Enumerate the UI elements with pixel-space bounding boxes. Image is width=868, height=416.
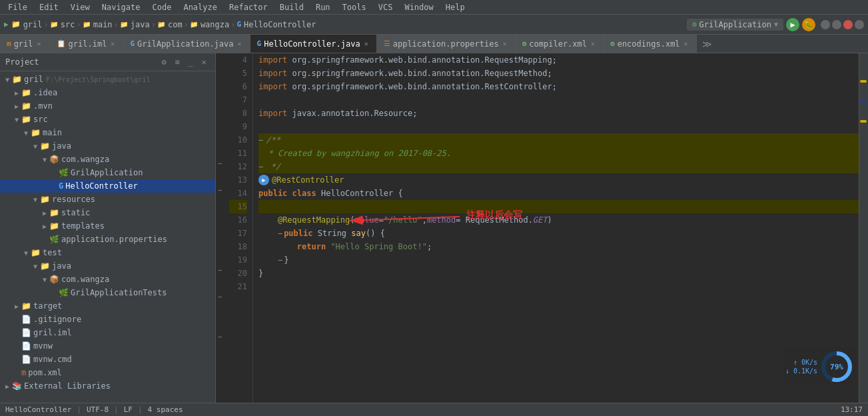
tree-item-gitignore[interactable]: ▶ 📄 .gitignore — [0, 313, 215, 326]
panel-btn-collapse[interactable]: _ — [185, 56, 197, 68]
tab-encodings-xml[interactable]: ⚙ encodings.xml ✕ — [604, 35, 697, 53]
menu-code[interactable]: Code — [147, 1, 177, 13]
tab-gril[interactable]: m gril ✕ — [0, 35, 50, 53]
fold-icon-10[interactable]: − — [218, 187, 222, 194]
tree-item-main[interactable]: ▼ 📁 main — [0, 126, 215, 139]
menu-vcs[interactable]: VCS — [373, 1, 398, 13]
breadcrumb-wangza[interactable]: 📁 wangza — [190, 20, 229, 29]
fold-icon-16[interactable]: − — [218, 267, 222, 274]
tree-item-grilapplication[interactable]: ▶ 🌿 GrilApplication — [0, 166, 215, 179]
toolbar-btn-gray1[interactable] — [821, 20, 830, 29]
network-stats: ↑ 0K/s ↓ 0.1K/s — [785, 359, 817, 375]
menu-analyze[interactable]: Analyze — [178, 1, 222, 13]
code-content[interactable]: import org.springframework.web.bind.anno… — [253, 53, 859, 403]
toolbar-btn-gray3[interactable] — [855, 20, 864, 29]
tab-hellocontroller[interactable]: G HelloController.java ✕ — [250, 35, 377, 53]
debug-button[interactable]: 🐛 — [802, 18, 815, 31]
tab-gril-iml[interactable]: 📋 gril.iml ✕ — [50, 35, 124, 53]
menu-view[interactable]: View — [65, 1, 95, 13]
tab-grilapplication[interactable]: G GrilApplication.java ✕ — [123, 35, 250, 53]
tree-item-mvn[interactable]: ▶ 📁 .mvn — [0, 99, 215, 113]
tree-item-grilapptests[interactable]: ▶ 🌿 GrilApplicationTests — [0, 286, 215, 299]
panel-btn-gear[interactable]: ⚙ — [158, 56, 170, 68]
tree-item-test[interactable]: ▼ 📁 test — [0, 246, 215, 259]
menu-tools[interactable]: Tools — [337, 1, 372, 13]
gutter: − − − − − — [216, 53, 229, 403]
tree-item-target[interactable]: ▶ 📁 target — [0, 299, 215, 313]
code-editor[interactable]: − − − − − 4 5 6 7 8 9 10 11 12 13 14 15 — [216, 53, 868, 403]
menu-navigate[interactable]: Navigate — [97, 1, 146, 13]
toolbar-btn-gray2[interactable] — [832, 20, 841, 29]
breadcrumb-src[interactable]: 📁 src — [50, 20, 75, 29]
tree-item-appprops[interactable]: ▶ 🌿 application.properties — [0, 233, 215, 246]
code-line-6: import org.springframework.web.bind.anno… — [258, 80, 859, 93]
tree-item-mvnwcmd[interactable]: ▶ 📄 mvnw.cmd — [0, 353, 215, 366]
tree-item-test-java[interactable]: ▼ 📁 java — [0, 259, 215, 273]
tree-item-templates[interactable]: ▶ 📁 templates — [0, 219, 215, 233]
tree-item-griml[interactable]: ▶ 📄 gril.iml — [0, 326, 215, 339]
fold-icon-8[interactable]: − — [218, 160, 222, 167]
breadcrumb-com[interactable]: 📁 com — [157, 20, 183, 29]
tab-icon-grilapplication: G — [130, 39, 135, 48]
tree-item-com-wangza[interactable]: ▼ 📦 com.wangza — [0, 153, 215, 166]
fold-icon-17[interactable]: − — [218, 293, 222, 301]
tree-item-resources[interactable]: ▼ 📁 resources — [0, 193, 215, 206]
code-line-21 — [258, 280, 859, 293]
tab-close-hellocontroller[interactable]: ✕ — [363, 39, 370, 48]
tab-close-griml[interactable]: ✕ — [109, 39, 116, 48]
tab-icon-appprops: ☰ — [384, 39, 390, 48]
breadcrumb-java[interactable]: 📁 java — [120, 20, 150, 29]
menu-window[interactable]: Window — [399, 1, 438, 13]
status-indent: 4 spaces — [148, 405, 183, 414]
tab-close-compilerxml[interactable]: ✕ — [590, 39, 596, 48]
editor-scrollbar[interactable] — [859, 53, 868, 403]
xml-icon-pomxml: m — [21, 368, 26, 377]
breadcrumb-hellocontroller[interactable]: G HelloController — [236, 20, 316, 29]
tab-close-gril[interactable]: ✕ — [36, 39, 43, 48]
breadcrumb-gril[interactable]: ▶ 📁 gril — [4, 20, 43, 29]
app-name-display[interactable]: ⚙ GrilApplication ▼ — [687, 19, 783, 31]
fold-icon-19[interactable]: − — [218, 333, 222, 341]
tab-compiler-xml[interactable]: ⚙ compiler.xml ✕ — [516, 35, 604, 53]
panel-header-actions: ⚙ ≡ _ ✕ — [158, 56, 210, 68]
tab-close-grilapplication[interactable]: ✕ — [236, 39, 243, 48]
tree-item-gril-root[interactable]: ▼ 📁 gril F:\Project\Springboot\gril — [0, 73, 215, 86]
code-line-8: import javax.annotation.Resource; — [258, 107, 859, 120]
code-line-15 — [258, 200, 859, 213]
menu-file[interactable]: File — [3, 1, 33, 13]
gutter-run-icon[interactable]: ▶ — [258, 175, 269, 185]
code-line-13: ▶ @RestController — [258, 173, 859, 187]
tab-close-appprops[interactable]: ✕ — [502, 39, 508, 48]
menu-build[interactable]: Build — [274, 1, 309, 13]
tab-close-encodingsxml[interactable]: ✕ — [683, 39, 689, 48]
tab-overflow-btn[interactable]: ≫ — [699, 39, 715, 49]
menu-bar: File Edit View Navigate Code Analyze Ref… — [0, 0, 868, 15]
run-button[interactable]: ▶ — [786, 18, 799, 31]
tree-item-hellocontroller[interactable]: ▶ G HelloController — [0, 179, 215, 193]
toolbar-btn-red[interactable] — [843, 20, 853, 29]
folder-icon-java: 📁 — [40, 141, 50, 151]
code-line-17: − public String say () { — [258, 227, 859, 240]
panel-btn-settings[interactable]: ≡ — [171, 56, 183, 68]
file-icon-mvnwcmd: 📄 — [21, 355, 31, 364]
menu-run[interactable]: Run — [310, 1, 336, 13]
tree-item-idea[interactable]: ▶ 📁 .idea — [0, 86, 215, 99]
tree-item-static[interactable]: ▶ 📁 static — [0, 206, 215, 219]
tab-application-props[interactable]: ☰ application.properties ✕ — [377, 35, 516, 53]
tree-item-src[interactable]: ▼ 📁 src — [0, 113, 215, 126]
folder-icon-static: 📁 — [49, 208, 59, 217]
menu-refactor[interactable]: Refactor — [224, 1, 273, 13]
tree-item-java[interactable]: ▼ 📁 java — [0, 139, 215, 153]
breadcrumb-main[interactable]: 📁 main — [83, 20, 113, 29]
tree-item-mvnw[interactable]: ▶ 📄 mvnw — [0, 339, 215, 353]
tree-item-external-libs[interactable]: ▶ 📚 External Libraries — [0, 379, 215, 393]
menu-help[interactable]: Help — [440, 1, 470, 13]
panel-btn-close[interactable]: ✕ — [198, 56, 210, 68]
code-line-12: − */ — [258, 160, 859, 173]
tree-item-test-com[interactable]: ▼ 📦 com.wangza — [0, 273, 215, 286]
tree-item-pomxml[interactable]: ▶ m pom.xml — [0, 366, 215, 379]
tab-icon-griml: 📋 — [57, 39, 66, 48]
menu-edit[interactable]: Edit — [34, 1, 64, 13]
panel-title: Project — [5, 57, 39, 67]
code-line-14: public class HelloController { — [258, 187, 859, 200]
